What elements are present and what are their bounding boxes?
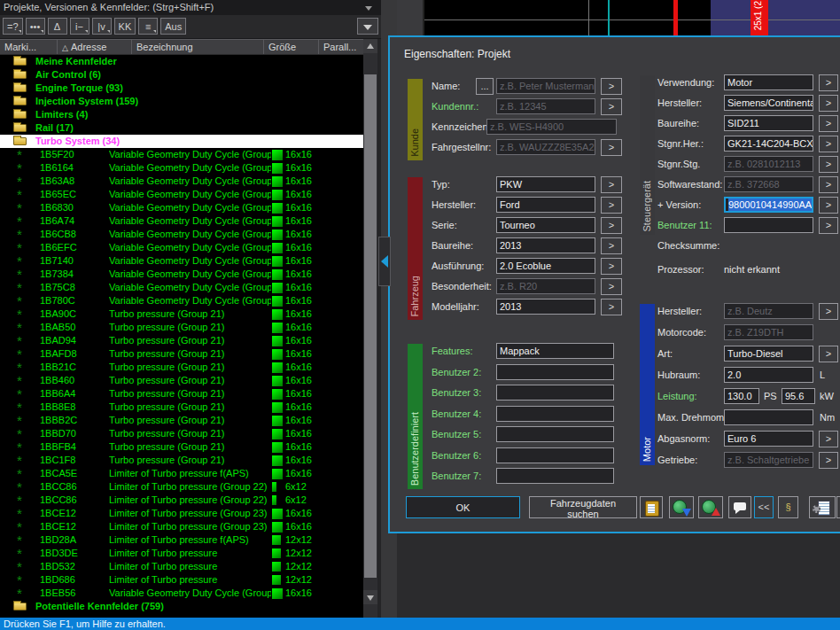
table-row[interactable]: *1BB6A4Turbo pressure (Group 21)16x16 <box>0 387 363 401</box>
expand-button[interactable]: > <box>601 98 622 115</box>
folder-row[interactable]: Rail (17) <box>0 121 363 135</box>
ellipsis-button[interactable]: ... <box>476 78 494 95</box>
scroll-down-button[interactable] <box>363 590 377 604</box>
scrollbar-thumb[interactable] <box>364 74 377 578</box>
table-row[interactable]: *1BA90CTurbo pressure (Group 21)16x16 <box>0 307 363 321</box>
field-input[interactable]: 2.0 <box>724 367 813 383</box>
folder-row[interactable]: Meine Kennfelder <box>0 55 363 68</box>
field-input[interactable] <box>496 364 614 380</box>
table-row[interactable]: *1BD686Limiter of Turbo pressure12x12 <box>0 573 363 587</box>
report-button[interactable] <box>809 496 836 518</box>
field-input[interactable]: z.B. WES-H4900 <box>486 119 617 135</box>
table-row[interactable]: *1B65ECVariable Geometry Duty Cycle (Gro… <box>0 188 363 201</box>
scrollbar[interactable] <box>363 39 377 618</box>
table-row[interactable]: *1B6A74Variable Geometry Duty Cycle (Gro… <box>0 214 363 228</box>
field-input[interactable] <box>724 409 813 425</box>
table-row[interactable]: *1B7140Variable Geometry Duty Cycle (Gro… <box>0 254 363 268</box>
toolbar-button-3[interactable]: i− <box>70 18 89 35</box>
toolbar-button-4[interactable]: |v <box>92 18 112 35</box>
expand-button[interactable]: > <box>819 346 838 362</box>
folder-row[interactable]: Turbo System (34) <box>0 135 363 148</box>
table-row[interactable]: *1BBB2CTurbo pressure (Group 21)16x16 <box>0 414 363 427</box>
chevron-down-icon[interactable] <box>365 6 372 11</box>
field-input[interactable]: z.B. Deutz <box>724 303 813 319</box>
column-header-0[interactable]: Marki... <box>0 40 58 54</box>
field-input[interactable]: z.B. R20 <box>496 278 595 294</box>
table-row[interactable]: *1B75C8Variable Geometry Duty Cycle (Gro… <box>0 281 363 294</box>
field-input[interactable]: 2.0 Ecoblue <box>496 258 595 274</box>
expand-button[interactable]: > <box>819 95 838 112</box>
report-dropdown-button[interactable] <box>836 496 840 518</box>
field-input[interactable] <box>496 385 614 401</box>
toolbar-button-0[interactable]: =? <box>3 18 23 35</box>
field-input[interactable]: z.B. Peter Mustermann <box>496 78 595 94</box>
expand-button[interactable]: > <box>819 74 838 91</box>
fahrzeugdaten-suchen-button[interactable]: Fahrzeugdaten suchen <box>529 496 637 518</box>
table-row[interactable]: *1BAD94Turbo pressure (Group 21)16x16 <box>0 334 363 347</box>
expand-button[interactable]: > <box>819 217 838 234</box>
field-input[interactable]: 2013 <box>496 299 595 315</box>
scroll-up-button[interactable] <box>363 39 377 53</box>
expand-button[interactable]: > <box>601 217 622 234</box>
table-row[interactable]: *1B6164Variable Geometry Duty Cycle (Gro… <box>0 161 363 175</box>
field-input[interactable] <box>496 426 614 442</box>
table-row[interactable]: *1B6830Variable Geometry Duty Cycle (Gro… <box>0 201 363 214</box>
toolbar-button-6[interactable]: ≡ <box>138 18 158 35</box>
table-row[interactable]: *1BBFB4Turbo pressure (Group 21)16x16 <box>0 440 363 454</box>
table-row[interactable]: *1B6EFCVariable Geometry Duty Cycle (Gro… <box>0 241 363 254</box>
field-input[interactable]: z.B. Schaltgetriebe <box>724 452 813 468</box>
field-input[interactable]: 130.0 <box>724 388 759 404</box>
field-input[interactable]: z.B. WAUZZZ8E35A235 <box>496 139 595 155</box>
expand-button[interactable]: > <box>601 258 622 275</box>
expand-button[interactable]: > <box>819 431 838 447</box>
field-input[interactable]: SID211 <box>724 115 813 131</box>
field-input[interactable]: Siemens/Continenta <box>724 95 813 111</box>
table-row[interactable]: *1BAB50Turbo pressure (Group 21)16x16 <box>0 321 363 334</box>
column-header-1[interactable]: △Adresse <box>58 40 132 54</box>
field-input[interactable]: 9800010414990AA <box>724 197 813 213</box>
field-input[interactable]: z.B. 12345 <box>496 98 595 114</box>
field-input[interactable] <box>496 406 614 422</box>
field-input[interactable]: z.B. 372668 <box>724 176 813 192</box>
toolbar-button-5[interactable]: KK <box>114 18 136 35</box>
expand-button[interactable]: > <box>601 176 622 193</box>
table-row[interactable]: *1B6CB8Variable Geometry Duty Cycle (Gro… <box>0 228 363 241</box>
field-input[interactable]: Euro 6 <box>724 431 813 447</box>
collapse-dialog-button[interactable]: << <box>754 496 774 518</box>
field-input[interactable]: z.B. 0281012113 <box>724 156 813 172</box>
expand-button[interactable]: > <box>819 197 838 214</box>
field-input[interactable] <box>496 468 614 484</box>
field-input[interactable]: Ford <box>496 197 595 213</box>
splitter-handle[interactable] <box>378 237 391 286</box>
legal-paragraph-button[interactable]: § <box>778 496 798 518</box>
table-row[interactable]: *1BD3DELimiter of Turbo pressure12x12 <box>0 547 363 560</box>
table-row[interactable]: *1BD532Limiter of Turbo pressure12x12 <box>0 560 363 573</box>
expand-button[interactable]: > <box>601 237 622 254</box>
table-row[interactable]: *1B63A8Variable Geometry Duty Cycle (Gro… <box>0 175 363 188</box>
table-row[interactable]: *1BB21CTurbo pressure (Group 21)16x16 <box>0 361 363 374</box>
expand-button[interactable]: > <box>601 78 622 95</box>
table-row[interactable]: *1B7384Variable Geometry Duty Cycle (Gro… <box>0 268 363 281</box>
ok-button[interactable]: OK <box>406 496 520 518</box>
expand-button[interactable]: > <box>819 303 838 320</box>
table-row[interactable]: *1BC1F8Turbo pressure (Group 21)16x16 <box>0 454 363 467</box>
field-input[interactable]: 2013 <box>496 237 595 253</box>
field-input[interactable]: PKW <box>496 176 595 192</box>
table-row[interactable]: *1BCC86Limiter of Turbo pressure (Group … <box>0 494 363 507</box>
expand-button[interactable]: > <box>601 197 622 214</box>
expand-button[interactable]: > <box>819 115 838 132</box>
download-online-data-button[interactable] <box>669 496 694 518</box>
table-row[interactable]: *1BCC86Limiter of Turbo pressure (Group … <box>0 480 363 494</box>
expand-button[interactable]: > <box>819 136 838 152</box>
field-input[interactable]: Tourneo <box>496 217 595 233</box>
column-header-2[interactable]: Bezeichnung <box>132 40 264 54</box>
field-input[interactable] <box>724 217 813 233</box>
table-row[interactable]: *1B5F20Variable Geometry Duty Cycle (Gro… <box>0 148 363 161</box>
table-row[interactable]: *1BAFD8Turbo pressure (Group 21)16x16 <box>0 347 363 361</box>
toolbar-button-1[interactable]: ••• <box>26 18 45 35</box>
field-input[interactable] <box>496 447 614 463</box>
table-row[interactable]: *1BB8E8Turbo pressure (Group 21)16x16 <box>0 401 363 414</box>
field-input[interactable]: Turbo-Diesel <box>724 346 813 362</box>
field-input[interactable]: GK21-14C204-BCX <box>724 136 813 152</box>
table-row[interactable]: *1BBD70Turbo pressure (Group 21)16x16 <box>0 427 363 440</box>
